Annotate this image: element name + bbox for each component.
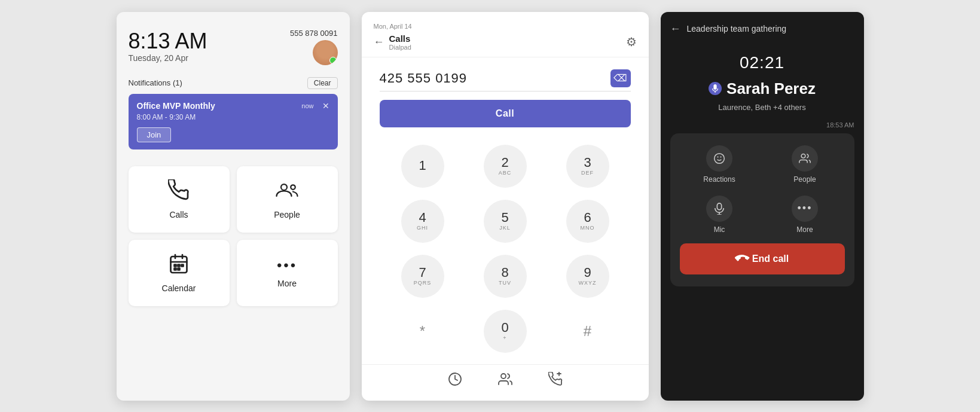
dialer-bottom-actions <box>362 364 649 401</box>
notif-title: Office MVP Monthly <box>137 101 215 111</box>
dialer-panel: Mon, April 14 ← Calls Dialpad ⚙ ⌫ Call 1… <box>362 12 649 401</box>
dial-key-5[interactable]: 5 JKL <box>484 200 527 243</box>
calls-label: Calls <box>169 210 188 219</box>
people-ctrl-icon <box>792 145 818 172</box>
phone-input-wrap: ⌫ <box>380 69 631 91</box>
call-participants: Laurence, Beth +4 others <box>718 103 805 112</box>
svg-point-12 <box>501 374 506 379</box>
current-date: Tuesday, 20 Apr <box>129 53 207 63</box>
close-icon[interactable]: ✕ <box>322 101 329 111</box>
end-call-button[interactable]: End call <box>680 243 845 274</box>
dialer-nav-left: ← Calls Dialpad <box>374 33 411 51</box>
svg-rect-7 <box>178 264 180 266</box>
svg-point-0 <box>281 184 287 190</box>
dial-key-4[interactable]: 4 GHI <box>401 200 444 243</box>
phone-number: 555 878 0091 <box>290 29 338 38</box>
mic-control[interactable]: Mic <box>680 196 759 234</box>
people-ctrl-label: People <box>793 175 816 184</box>
history-action[interactable] <box>448 372 462 391</box>
call-back-arrow-icon[interactable]: ← <box>670 23 681 35</box>
notifications-header: Notifications (1) Clear <box>129 77 338 89</box>
mic-ctrl-icon <box>706 196 732 222</box>
calls-icon <box>168 179 190 205</box>
contacts-action[interactable] <box>498 372 512 391</box>
notifications-title: Notifications (1) <box>129 78 182 87</box>
home-header: 8:13 AM Tuesday, 20 Apr 555 878 0091 <box>129 29 338 65</box>
dial-key-2[interactable]: 2 ABC <box>484 145 527 188</box>
home-panel: 8:13 AM Tuesday, 20 Apr 555 878 0091 Not… <box>117 12 350 401</box>
dial-key-7[interactable]: 7 PQRS <box>401 255 444 298</box>
dialer-nav-title: Calls Dialpad <box>389 33 411 51</box>
dial-key-0[interactable]: 0 + <box>484 310 527 353</box>
svg-rect-8 <box>182 264 184 266</box>
svg-point-1 <box>291 185 295 190</box>
app-tile-more[interactable]: ••• More <box>237 240 338 306</box>
svg-rect-15 <box>713 84 716 90</box>
mic-ctrl-label: Mic <box>714 225 725 234</box>
more-label: More <box>277 279 297 288</box>
svg-point-20 <box>801 154 805 158</box>
dial-key-3[interactable]: 3 DEF <box>566 145 609 188</box>
people-label: People <box>274 210 300 219</box>
current-time: 8:13 AM <box>129 30 207 52</box>
app-tile-people[interactable]: People <box>237 166 338 233</box>
app-grid: Calls People <box>129 166 338 306</box>
people-icon <box>275 179 299 205</box>
end-call-phone-icon <box>735 252 747 266</box>
notif-subtitle: 8:00 AM - 9:30 AM <box>137 113 329 121</box>
mic-indicator-icon <box>709 82 722 95</box>
call-controls-box: Reactions People <box>670 133 854 286</box>
notif-time: now <box>301 102 313 109</box>
svg-rect-6 <box>175 264 176 266</box>
reactions-label: Reactions <box>703 175 735 184</box>
svg-rect-21 <box>717 203 721 209</box>
history-icon <box>448 372 462 390</box>
dialer-nav: ← Calls Dialpad ⚙ <box>374 33 637 51</box>
header-right: 555 878 0091 <box>290 29 338 65</box>
back-arrow-icon[interactable]: ← <box>374 36 384 48</box>
call-header-title: Leadership team gathering <box>687 24 787 33</box>
notifications-section: Notifications (1) Clear Office MVP Month… <box>129 77 338 149</box>
reactions-control[interactable]: Reactions <box>680 145 759 184</box>
svg-rect-9 <box>175 268 176 270</box>
caller-name: Sarah Perez <box>726 80 816 98</box>
call-park-action[interactable] <box>548 372 563 391</box>
notification-card: Office MVP Monthly now ✕ 8:00 AM - 9:30 … <box>129 94 338 149</box>
dialpad: 1 2 ABC 3 DEF 4 GHI 5 JKL 6 MNO 7 PQRS <box>362 133 649 364</box>
dial-key-9[interactable]: 9 WXYZ <box>566 255 609 298</box>
svg-point-17 <box>715 153 725 163</box>
dial-key-hash[interactable]: # <box>566 310 609 353</box>
dial-key-star[interactable]: * <box>401 310 444 353</box>
calendar-label: Calendar <box>162 283 196 293</box>
more-control[interactable]: ••• More <box>765 196 845 234</box>
dial-key-6[interactable]: 6 MNO <box>566 200 609 243</box>
active-call-panel: ← Leadership team gathering 02:21 Sarah … <box>661 12 864 401</box>
app-tile-calls[interactable]: Calls <box>129 166 230 233</box>
call-header: ← Leadership team gathering <box>661 12 864 41</box>
svg-rect-10 <box>178 268 180 270</box>
dial-key-1[interactable]: 1 <box>401 145 444 188</box>
call-button[interactable]: Call <box>380 100 631 127</box>
phone-input[interactable] <box>380 71 610 86</box>
call-timestamp: 18:53 AM <box>826 121 854 129</box>
more-ctrl-label: More <box>796 225 813 234</box>
call-main: 02:21 Sarah Perez Laurence, Beth +4 othe… <box>661 41 864 401</box>
reactions-icon <box>706 145 732 172</box>
join-button[interactable]: Join <box>137 127 172 142</box>
app-tile-calendar[interactable]: Calendar <box>129 240 230 306</box>
backspace-button[interactable]: ⌫ <box>610 69 631 87</box>
calendar-icon <box>168 253 190 279</box>
settings-icon[interactable]: ⚙ <box>626 35 637 49</box>
contacts-icon <box>498 372 512 390</box>
clear-button[interactable]: Clear <box>307 77 338 89</box>
dialer-input-area: ⌫ Call <box>362 57 649 133</box>
avatar[interactable] <box>313 40 338 65</box>
dialer-top: Mon, April 14 ← Calls Dialpad ⚙ <box>362 12 649 57</box>
time-block: 8:13 AM Tuesday, 20 Apr <box>129 30 207 63</box>
people-control[interactable]: People <box>765 145 845 184</box>
notif-top: Office MVP Monthly now ✕ <box>137 101 329 111</box>
more-dots-icon: ••• <box>277 257 297 274</box>
dialer-date: Mon, April 14 <box>374 23 637 30</box>
dial-key-8[interactable]: 8 TUV <box>484 255 527 298</box>
call-name-wrap: Sarah Perez <box>709 80 816 98</box>
